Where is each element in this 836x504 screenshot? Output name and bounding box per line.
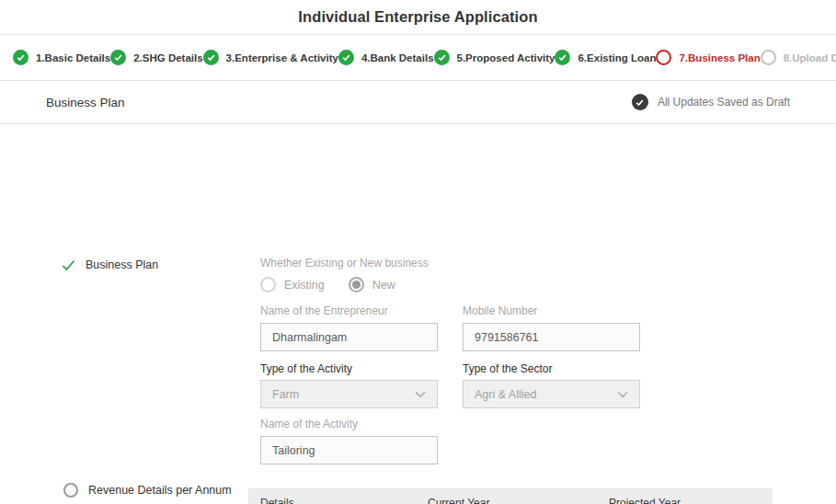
activity-name-input[interactable] [260, 436, 438, 464]
sector-type-value: Agri & Allied [475, 388, 536, 401]
stepper-step-shg-details[interactable]: 2.SHG Details [110, 50, 202, 65]
entrepreneur-name-input[interactable] [260, 323, 438, 351]
stepper-step-upload-document[interactable]: 8.Upload Document [761, 50, 836, 65]
green-check-icon [62, 259, 75, 271]
activity-type-label: Type of the Activity [260, 362, 352, 375]
step-label: 7.Business Plan [679, 52, 760, 63]
step-label: 2.SHG Details [133, 52, 202, 63]
stepper-step-basic-details[interactable]: 1.Basic Details [13, 50, 110, 65]
radio-new-label: New [372, 279, 395, 292]
chevron-down-icon [415, 391, 426, 398]
activity-name-label: Name of the Activity [260, 418, 358, 430]
app-header: Individual Enterprise Application [0, 0, 836, 35]
sidebar-item-revenue-details[interactable]: Revenue Details per Annum [63, 483, 232, 498]
stepper-step-business-plan[interactable]: 7.Business Plan [656, 50, 760, 65]
step-label: 1.Basic Details [36, 52, 110, 63]
stepper-step-existing-loan[interactable]: 6.Existing Loan [555, 50, 656, 65]
stepper: 1.Basic Details 2.SHG Details 3.Enterpri… [0, 35, 836, 81]
sidebar-item-label: Business Plan [86, 258, 158, 271]
activity-type-select[interactable]: Farm [260, 380, 438, 408]
save-status: All Updates Saved as Draft [632, 94, 790, 110]
step-done-icon [13, 50, 29, 65]
business-plan-panel: Business Plan Revenue Details per Annum … [0, 124, 836, 504]
step-done-icon [203, 50, 219, 65]
step-done-icon [434, 50, 450, 65]
column-projected-year: Projected Year (Apr 2024 - Mar 2025) [598, 488, 773, 504]
sidebar-item-label: Revenue Details per Annum [88, 484, 232, 497]
stepper-step-proposed-activity[interactable]: 5.Proposed Activity [434, 50, 555, 65]
column-details: Details [248, 488, 423, 504]
business-type-label: Whether Existing or New business [260, 257, 429, 269]
step-label: 4.Bank Details [361, 52, 434, 63]
mobile-number-label: Mobile Number [463, 304, 537, 317]
stepper-step-bank-details[interactable]: 4.Bank Details [338, 50, 434, 65]
radio-circle-icon [260, 277, 276, 292]
step-current-icon [656, 50, 671, 65]
step-label: 8.Upload Document [784, 52, 836, 63]
revenue-table-header: Details Current Year (Apr 2023 - Mar 202… [248, 488, 773, 504]
column-current-year: Current Year (Apr 2023 - Mar 2024) [423, 488, 598, 504]
section-header: Business Plan All Updates Saved as Draft [0, 81, 836, 124]
step-pending-icon [761, 50, 776, 65]
sidebar-item-business-plan[interactable]: Business Plan [62, 258, 158, 271]
radio-new[interactable]: New [349, 277, 395, 292]
radio-circle-icon [349, 277, 364, 292]
step-done-icon [555, 50, 570, 65]
step-done-icon [110, 50, 126, 65]
step-done-icon [338, 50, 354, 65]
save-status-label: All Updates Saved as Draft [658, 96, 790, 109]
mobile-number-input[interactable] [463, 323, 640, 351]
step-label: 6.Existing Loan [578, 52, 656, 63]
step-label: 5.Proposed Activity [457, 52, 555, 63]
stepper-step-enterprise-activity[interactable]: 3.Enterprise & Activity [203, 50, 338, 65]
page-title: Individual Enterprise Application [298, 8, 537, 26]
radio-unselected-icon [63, 483, 78, 498]
saved-check-icon [632, 94, 648, 110]
business-type-radio-group: Existing New [260, 277, 395, 292]
sector-type-select[interactable]: Agri & Allied [463, 380, 640, 408]
step-label: 3.Enterprise & Activity [226, 52, 338, 63]
section-title: Business Plan [46, 96, 125, 109]
radio-existing-label: Existing [284, 279, 325, 292]
chevron-down-icon [617, 391, 628, 398]
sector-type-label: Type of the Sector [463, 362, 552, 375]
activity-type-value: Farm [272, 388, 299, 401]
entrepreneur-name-label: Name of the Entrepreneur [260, 304, 388, 317]
radio-existing[interactable]: Existing [260, 277, 325, 292]
